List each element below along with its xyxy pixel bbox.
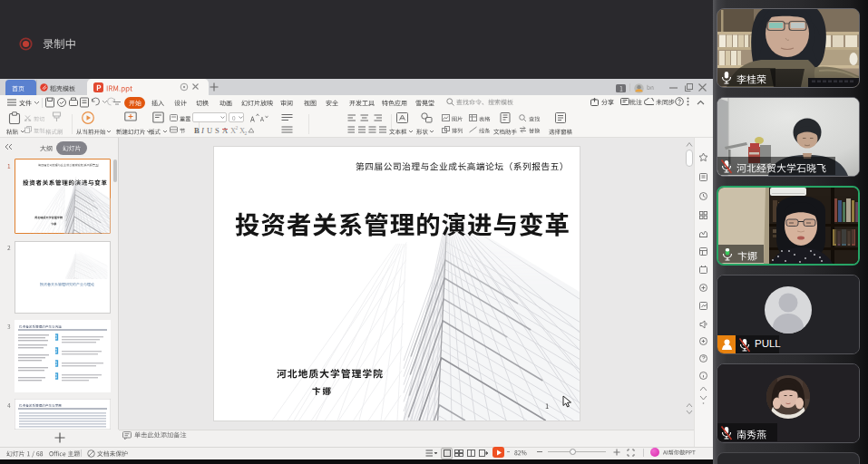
svg-text:A: A: [222, 126, 229, 135]
svg-text:S: S: [215, 126, 219, 135]
svg-text:U: U: [207, 126, 212, 135]
svg-text:I: I: [200, 126, 205, 135]
svg-text:2: 2: [245, 130, 248, 135]
svg-text:2: 2: [236, 125, 239, 130]
svg-text:B: B: [194, 126, 200, 135]
